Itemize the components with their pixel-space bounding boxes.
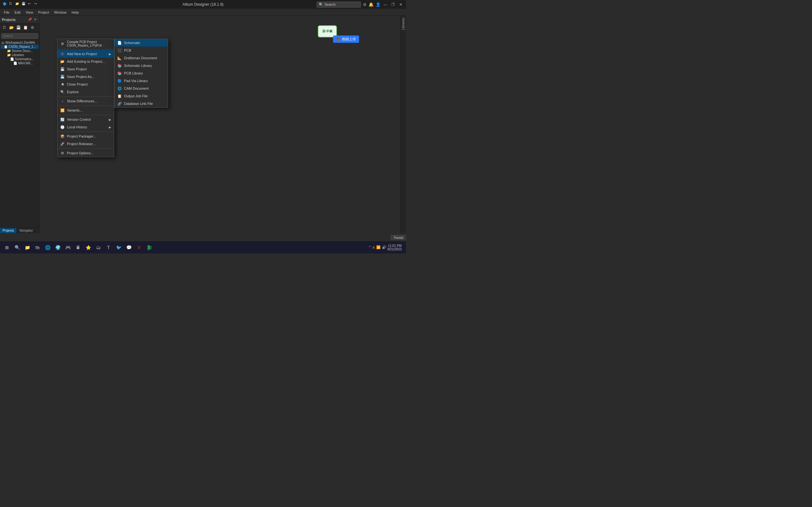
restore-button[interactable]: ❐ — [390, 2, 396, 7]
toolbar-redo-icon[interactable]: ↪ — [34, 2, 39, 7]
sm-pcb[interactable]: ⬛ PCB — [114, 47, 168, 54]
add-existing-icon: 📂 — [60, 59, 65, 64]
taskbar-clock[interactable]: 11:01 PM 9/21/2023 — [388, 244, 404, 251]
toolbar-undo-icon[interactable]: ↩ — [28, 2, 33, 7]
taskbar-game-icon[interactable]: 🎮 — [63, 243, 72, 252]
close-project-btn[interactable]: 📋 — [22, 24, 29, 31]
menu-project[interactable]: Project — [36, 10, 51, 15]
toolbar-new-icon[interactable]: 🗒 — [9, 2, 14, 7]
cm-compile-label: Compile PCB Project CSDN_Reparo_1.PrjPcb — [67, 40, 111, 47]
tab-projects[interactable]: Projects — [0, 228, 17, 233]
taskbar-ie-icon[interactable]: 🌍 — [53, 243, 62, 252]
clock-date: 9/21/2023 — [388, 247, 402, 251]
tree-source-docs[interactable]: 📁 Source Docu... — [1, 49, 39, 53]
release-icon: 🚀 — [60, 141, 65, 147]
tree-workspace[interactable]: 🗂 Workspace1.DsnWrk — [1, 41, 39, 45]
taskbar-app-icon[interactable]: 🐉 — [145, 243, 154, 252]
main-content: 英·半▣ 🐻 抱猫上传 ⚙ Compile PCB Project CSDN_R… — [40, 16, 400, 233]
cm-variants[interactable]: 🔀 Variants... — [57, 107, 114, 114]
taskbar-store-icon[interactable]: 🛍 — [33, 243, 42, 252]
cm-local-history-label: Local History — [67, 125, 87, 129]
tree-project[interactable]: 📋 CSDN_Reparo_1... — [1, 45, 39, 49]
schematics-icon: 📄 — [10, 57, 14, 61]
taskbar-start-button[interactable]: ⊞ — [3, 243, 11, 252]
taskbar-wechat-icon[interactable]: 💬 — [124, 243, 133, 252]
cm-version-ctrl[interactable]: 🔄 Version Control ▶ — [57, 116, 114, 123]
sm-db-link[interactable]: 🔗 Database Link File — [114, 100, 168, 107]
cm-local-history[interactable]: 🕐 Local History ▶ — [57, 123, 114, 131]
sm-schematic[interactable]: 📄 Schematic — [114, 39, 168, 47]
add-new-arrow: ▶ — [109, 52, 111, 56]
baidu-upload-button[interactable]: 🐻 抱猫上传 — [333, 36, 359, 43]
compile-icon: ⚙ — [60, 41, 65, 46]
cm-pkg[interactable]: 📦 Project Packager... — [57, 132, 114, 140]
global-search-box[interactable]: 🔍 Search — [316, 2, 361, 8]
sm-pad-via[interactable]: 🔵 Pad Via Library — [114, 77, 168, 84]
cm-options[interactable]: ⚙ Project Options... — [57, 149, 114, 157]
libraries-panel-label[interactable]: Libraries — [401, 16, 406, 32]
sys-tray-volume[interactable]: 🔊 — [382, 245, 386, 249]
save-project-btn[interactable]: 💾 — [15, 24, 21, 31]
minimize-button[interactable]: — — [383, 2, 388, 7]
taskbar-bird-icon[interactable]: 🐦 — [114, 243, 123, 252]
taskbar-edge-icon[interactable]: 🌐 — [43, 243, 52, 252]
open-project-btn[interactable]: 📂 — [8, 24, 14, 31]
panel-close-icon[interactable]: ✕ — [33, 17, 38, 22]
cm-compile[interactable]: ⚙ Compile PCB Project CSDN_Reparo_1.PrjP… — [57, 39, 114, 49]
project-tree: 🗂 Workspace1.DsnWrk 📋 CSDN_Reparo_1... 📁… — [0, 40, 39, 228]
cm-close[interactable]: ✖ Close Project — [57, 80, 114, 88]
pin-icon[interactable]: 📌 — [28, 17, 32, 22]
taskbar-calc-icon[interactable]: 🖩 — [73, 243, 83, 252]
sm-pad-via-label: Pad Via Library — [124, 79, 148, 83]
taskbar-folder2-icon[interactable]: 🗂 — [94, 243, 103, 252]
panel-search-input[interactable] — [1, 33, 38, 39]
cm-save[interactable]: 💾 Save Project — [57, 65, 114, 73]
cm-explore[interactable]: 🔍 Explore — [57, 88, 114, 96]
notification-icon[interactable]: 🔔 — [368, 2, 374, 7]
cm-add-existing[interactable]: 📂 Add Existing to Project... — [57, 58, 114, 65]
toolbar-open-icon[interactable]: 📁 — [15, 2, 20, 7]
close-button[interactable]: ✕ — [398, 2, 403, 7]
sys-tray-net[interactable]: 📶 — [376, 245, 380, 249]
sys-tray-altium[interactable]: A — [372, 245, 374, 249]
baidu-label: 抱猫上传 — [342, 37, 356, 42]
sm-sch-lib-label: Schematic Library — [124, 64, 152, 67]
cm-save-as[interactable]: 💾 Save Project As... — [57, 73, 114, 80]
taskbar-search-button[interactable]: 🔍 — [13, 243, 21, 252]
settings-icon[interactable]: ⚙ — [363, 2, 367, 7]
menu-help[interactable]: Help — [69, 10, 82, 15]
menu-window[interactable]: Window — [52, 10, 69, 15]
schematic-icon: 📄 — [117, 40, 122, 45]
sm-cam[interactable]: 🌐 CAM Document — [114, 84, 168, 92]
taskbar-file-explorer[interactable]: 📁 — [23, 243, 32, 252]
menu-file[interactable]: File — [1, 10, 12, 15]
taskbar: ⊞ 🔍 📁 🛍 🌐 🌍 🎮 🖩 ⭐ 🗂 T 🐦 💬 V 🐉 ⌃ A 📶 🔊 11… — [0, 241, 406, 253]
menu-edit[interactable]: Edit — [12, 10, 23, 15]
toolbar-save-icon[interactable]: 💾 — [21, 2, 27, 7]
menu-view[interactable]: View — [23, 10, 36, 15]
new-project-btn[interactable]: 🗒 — [1, 24, 8, 31]
taskbar-v-icon[interactable]: V — [135, 243, 143, 252]
taskbar-sys-icons: ⌃ A 📶 🔊 11:01 PM 9/21/2023 — [368, 244, 403, 251]
panels-button[interactable]: Panels — [391, 235, 406, 240]
user-icon[interactable]: 👤 — [375, 2, 380, 7]
sm-draftsman[interactable]: 📐 Draftsman Document — [114, 54, 168, 62]
project-icon: 📋 — [4, 45, 8, 49]
taskbar-text-icon[interactable]: T — [104, 243, 113, 252]
tree-max349[interactable]: 📄 MAX349... — [1, 61, 39, 65]
sm-draftsman-label: Draftsman Document — [124, 56, 157, 60]
sch-lib-icon: 📚 — [117, 63, 122, 68]
sys-tray-arrow[interactable]: ⌃ — [368, 245, 371, 249]
tree-libraries[interactable]: 📁 Libraries — [1, 53, 39, 57]
cm-add-new[interactable]: ➕ Add New to Project ▶ — [57, 50, 114, 58]
taskbar-star-icon[interactable]: ⭐ — [84, 243, 93, 252]
project-settings-btn[interactable]: ⚙ — [29, 24, 36, 31]
add-new-icon: ➕ — [60, 51, 65, 56]
sm-pcb-lib[interactable]: 📚 PCB Library — [114, 69, 168, 77]
sm-sch-lib[interactable]: 📚 Schematic Library — [114, 62, 168, 69]
tab-navigator[interactable]: Navigator — [17, 228, 36, 233]
sm-output-job[interactable]: 📋 Output Job File — [114, 92, 168, 100]
cm-release[interactable]: 🚀 Project Releaser... — [57, 140, 114, 148]
tree-schematics[interactable]: 📄 Schematics... — [1, 57, 39, 61]
cm-show-diff[interactable]: ↕ Show Differences... — [57, 97, 114, 105]
